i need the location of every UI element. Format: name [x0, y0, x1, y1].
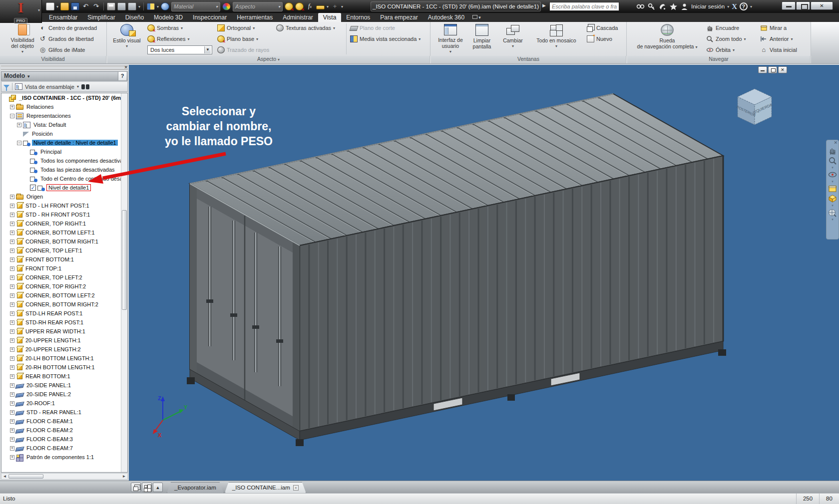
tree-item[interactable]: +20-SIDE PANEL:2 — [1, 390, 127, 399]
tree-item[interactable]: +Origen — [1, 192, 127, 201]
tree-item[interactable]: −Representaciones — [1, 111, 127, 120]
tree-item[interactable]: +CORNER, BOTTOM RIGHT:1 — [1, 237, 127, 246]
tree-item-label[interactable]: 20-SIDE PANEL:2 — [25, 391, 72, 397]
doc-minimize-button[interactable] — [758, 66, 767, 73]
view-cube[interactable]: IZQUIERDA POSTERIOR — [731, 85, 781, 131]
expand-icon[interactable]: + — [10, 195, 14, 199]
expand-icon[interactable]: + — [10, 383, 14, 388]
panel-label-aspecto[interactable]: Aspecto ▾ — [107, 56, 430, 63]
anterior-button[interactable]: Anterior▾ — [760, 33, 809, 44]
tree-item[interactable]: +REAR BOTTOM:1 — [1, 372, 127, 381]
tree-item-label[interactable]: FLOOR C-BEAM:3 — [25, 436, 74, 442]
tree-item-label[interactable]: 20-UPPER LENGTH:1 — [24, 337, 82, 343]
doc-cascade-icon[interactable] — [131, 483, 141, 492]
tree-vertical-scrollbar[interactable] — [121, 93, 127, 472]
ribbon-tab-administrar[interactable]: Administrar — [278, 13, 318, 22]
tree-item-label[interactable]: STD - REAR PANEL:1 — [25, 409, 83, 415]
ribbon-tab-diseño[interactable]: Diseño — [120, 13, 149, 22]
navbar-wheel-flyout-icon[interactable]: ▾ — [832, 218, 834, 221]
tree-item[interactable]: Todos los componentes desactivados — [1, 156, 127, 165]
tree-item-label[interactable]: Todo el Centro de contenido desactiv — [39, 176, 128, 182]
view-selector[interactable]: Vista de ensamblaje — [25, 84, 74, 90]
interfaz-de-usuario-button[interactable]: Interfaz de usuario▾ — [435, 23, 466, 55]
view-selector-caret-icon[interactable]: ▾ — [77, 84, 79, 89]
orbita-button[interactable]: Órbita▾ — [706, 44, 758, 55]
cambiar-button[interactable]: Cambiar▾ — [500, 23, 526, 55]
browser-header[interactable]: Modelo ▼ ? — [1, 71, 128, 81]
tree-item-label[interactable]: Principal — [39, 149, 63, 155]
clear-overrides-icon[interactable] — [295, 2, 304, 10]
ribbon-tab-para-empezar[interactable]: Para empezar — [375, 13, 422, 22]
tree-item[interactable]: +FRONT BOTTOM:1 — [1, 255, 127, 264]
tree-item-label[interactable]: 20-LH BOTTOM LENGTH:1 — [24, 355, 95, 361]
sign-in-dropdown-icon[interactable]: ▾ — [727, 4, 729, 9]
sombras-button[interactable]: Sombras▾ — [147, 22, 215, 33]
application-menu-button[interactable]: I PRO ▾ — [0, 0, 42, 23]
tree-item[interactable]: +CORNER, BOTTOM RIGHT:2 — [1, 300, 127, 309]
tree-item[interactable]: −Nivel de detalle : Nivel de detalle1 — [1, 138, 127, 147]
expand-icon[interactable]: + — [10, 419, 14, 424]
add-qat-icon[interactable]: + — [331, 2, 339, 10]
document-tab[interactable]: _Evaporator.iam — [167, 482, 224, 493]
browser-help-icon[interactable]: ? — [118, 72, 126, 80]
rueda-navegacion-button[interactable]: Ruedade navegación completa ▾ — [632, 23, 702, 55]
open-file-icon[interactable] — [60, 2, 69, 10]
tree-item-label[interactable]: Vista: Default — [32, 122, 67, 128]
expand-icon[interactable]: + — [10, 249, 14, 253]
limpiar-pantalla-button[interactable]: Limpiar pantalla — [468, 23, 496, 55]
tree-item-label[interactable]: Representaciones — [25, 113, 72, 119]
ribbon-tab-ensamblar[interactable]: Ensamblar — [44, 13, 82, 22]
doc-expand-icon[interactable]: ▲ — [153, 483, 163, 492]
aspecto-combo[interactable]: Aspecto▾ — [233, 2, 283, 11]
expand-icon[interactable]: + — [10, 266, 14, 271]
tree-item-label[interactable]: CORNER, BOTTOM RIGHT:2 — [24, 301, 100, 307]
tree-item[interactable]: +CORNER, BOTTOM LEFT:1 — [1, 228, 127, 237]
browser-splitter[interactable]: ✕ — [1, 66, 128, 70]
glifos-de-imate-button[interactable]: ◎Glifos de iMate — [39, 44, 106, 55]
tree-horizontal-scrollbar[interactable]: ◄ ► — [1, 473, 128, 480]
tree-item-label[interactable]: Origen — [25, 194, 44, 200]
ribbon-tab-simplificar[interactable]: Simplificar — [82, 13, 120, 22]
estilo-visual-button[interactable]: Estilo visual▾ — [111, 23, 142, 55]
mirar-a-button[interactable]: Mirar a — [760, 22, 809, 33]
ribbon-tab-autodesk-360[interactable]: Autodesk 360 — [423, 13, 469, 22]
navbar-orbit-flyout-icon[interactable]: ▾ — [832, 180, 834, 183]
tree-item[interactable]: +20-LH BOTTOM LENGTH:1 — [1, 354, 127, 363]
expand-icon[interactable]: + — [10, 410, 14, 415]
expand-icon[interactable]: + — [10, 356, 14, 361]
tree-item[interactable]: +CORNER, BOTTOM LEFT:2 — [1, 291, 127, 300]
tree-item[interactable]: Posición — [1, 129, 127, 138]
sign-in-user-icon[interactable] — [680, 2, 689, 11]
image-icon[interactable] — [128, 2, 136, 10]
expand-icon[interactable]: + — [10, 455, 14, 460]
filter-icon[interactable] — [3, 85, 9, 88]
collapse-icon[interactable]: − — [10, 114, 14, 118]
graphics-viewport[interactable]: Seleccionar y cambiar el nombre, yo le l… — [129, 65, 839, 481]
measure-icon[interactable] — [117, 2, 126, 10]
grados-de-libertad-button[interactable]: ↺Grados de libertad — [39, 33, 106, 44]
doc-close-button[interactable]: ✕ — [778, 66, 787, 73]
tree-item[interactable]: +20-RH BOTTOM LENGTH:1 — [1, 363, 127, 372]
expand-icon[interactable]: + — [10, 428, 14, 433]
tree-item[interactable]: +STD - RH FRONT POST:1 — [1, 210, 127, 219]
expand-icon[interactable]: + — [10, 311, 14, 316]
tree-item[interactable]: +STD - REAR PANEL:1 — [1, 408, 127, 417]
tree-item[interactable]: +20-UPPER LENGTH:1 — [1, 336, 127, 345]
restore-button[interactable] — [796, 1, 810, 10]
tree-item-label[interactable]: Nivel de detalle : Nivel de detalle1 — [32, 140, 118, 146]
tree-item-label[interactable]: CORNER, TOP LEFT:2 — [24, 274, 84, 280]
collapse-icon[interactable]: − — [17, 141, 21, 145]
tree-item-label[interactable]: CORNER, TOP RIGHT:2 — [24, 283, 87, 289]
navbar-zoom-flyout-icon[interactable]: ▾ — [832, 166, 834, 169]
expand-icon[interactable]: + — [10, 284, 14, 289]
tree-item[interactable]: +FLOOR C-BEAM:1 — [1, 417, 127, 426]
tree-item[interactable]: +FLOOR C-BEAM:7 — [1, 444, 127, 453]
navbar-wheel-icon[interactable] — [828, 208, 837, 217]
tree-item[interactable]: +CORNER, TOP RIGHT:2 — [1, 282, 127, 291]
color-wheel-icon[interactable] — [222, 2, 231, 10]
tree-item[interactable]: +CORNER, TOP RIGHT:1 — [1, 219, 127, 228]
search-input[interactable] — [549, 2, 619, 11]
navbar-viewcube-icon[interactable] — [828, 194, 837, 203]
cascada-button[interactable]: Cascada — [587, 22, 625, 33]
tree-item[interactable]: +20-SIDE PANEL:1 — [1, 381, 127, 390]
